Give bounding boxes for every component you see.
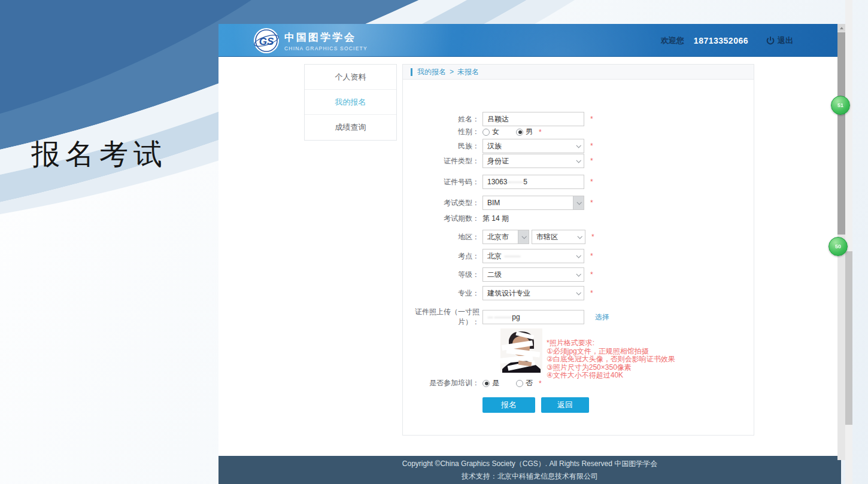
photo-filename-input[interactable]: ··· ·········· pg bbox=[482, 310, 584, 324]
required-mark: * bbox=[590, 289, 593, 297]
scrollbar-up-arrow[interactable] bbox=[837, 24, 845, 32]
breadcrumb-accent-bar bbox=[411, 68, 412, 76]
gender-male-radio[interactable] bbox=[516, 129, 523, 136]
required-mark: * bbox=[590, 115, 593, 123]
badge-bottom-label: 50 bbox=[835, 243, 841, 249]
back-button[interactable]: 返回 bbox=[541, 397, 589, 413]
level-value: 二级 bbox=[487, 270, 502, 280]
site-logo: GS 中国图学学会 CHINA GRAPHICS SOCIETY bbox=[253, 28, 368, 54]
breadcrumb-current: 未报名 bbox=[457, 67, 479, 77]
chevron-down-icon bbox=[573, 139, 584, 153]
logo-subtitle: CHINA GRAPHICS SOCIETY bbox=[284, 45, 368, 51]
required-mark: * bbox=[590, 252, 593, 260]
training-yes-radio[interactable] bbox=[482, 380, 490, 387]
svg-text:GS: GS bbox=[259, 36, 274, 47]
photo-format-requirements: *照片格式要求: ①必须jpg文件，正规照相馆拍摄 ②白底免冠大头像，否则会影响… bbox=[547, 339, 675, 380]
photo-filename-end: pg bbox=[512, 313, 520, 321]
required-mark: * bbox=[590, 199, 593, 207]
level-select[interactable]: 二级 bbox=[482, 267, 584, 282]
logo-title: 中国图学学会 bbox=[284, 31, 368, 44]
training-yes-label: 是 bbox=[492, 378, 499, 388]
photo-upload-label: 证件照上传（一寸照片）： bbox=[403, 307, 479, 327]
id-number-start: 13063 bbox=[487, 178, 507, 186]
photo-rule-3: ③照片尺寸为250×350像素 bbox=[547, 364, 675, 372]
footer-tech-support: 技术支持：北京中科辅龙信息技术有限公司 bbox=[218, 471, 841, 482]
chevron-down-icon bbox=[518, 230, 529, 243]
registration-form-card: 我的报名 > 未报名 姓名： * 性别： 女 男 * 民族： bbox=[402, 64, 754, 436]
photo-rule-2: ②白底免冠大头像，否则会影响证书效果 bbox=[547, 355, 675, 363]
id-number-label: 证件号码： bbox=[403, 177, 479, 187]
exam-site-select[interactable]: 北京 ········· bbox=[482, 249, 584, 263]
photo-rule-1: ①必须jpg文件，正规照相馆拍摄 bbox=[547, 348, 675, 355]
cgs-logo-icon: GS bbox=[253, 28, 280, 54]
badge-top-label: 51 bbox=[837, 102, 843, 108]
training-no-radio[interactable] bbox=[516, 380, 523, 387]
site-header: GS 中国图学学会 CHINA GRAPHICS SOCIETY 欢迎您 187… bbox=[218, 24, 841, 57]
sidebar-item-score-query[interactable]: 成绩查询 bbox=[305, 115, 396, 140]
page-title: 报名考试 bbox=[31, 135, 168, 173]
id-number-masked: ········· bbox=[507, 178, 523, 186]
breadcrumb-section[interactable]: 我的报名 bbox=[417, 67, 446, 77]
exam-type-value: BIM bbox=[487, 199, 500, 207]
chevron-down-icon bbox=[573, 196, 584, 209]
power-icon bbox=[766, 36, 775, 45]
logout-label: 退出 bbox=[778, 35, 793, 46]
id-photo-preview bbox=[500, 328, 542, 373]
inner-scrollbar-thumb[interactable] bbox=[837, 32, 845, 235]
required-mark: * bbox=[539, 128, 542, 136]
required-mark: * bbox=[590, 157, 593, 165]
id-number-input[interactable]: 13063 ········· 5 bbox=[482, 175, 584, 189]
exam-type-select[interactable]: BIM bbox=[482, 196, 584, 210]
major-label: 专业： bbox=[403, 288, 479, 299]
welcome-label: 欢迎您 bbox=[661, 35, 684, 46]
major-value: 建筑设计专业 bbox=[487, 288, 530, 299]
photo-filename-masked: ··· ·········· bbox=[487, 313, 512, 321]
chevron-down-icon bbox=[573, 154, 584, 168]
exam-type-label: 考试类型： bbox=[403, 198, 479, 208]
major-select[interactable]: 建筑设计专业 bbox=[482, 286, 584, 300]
id-number-end: 5 bbox=[523, 178, 527, 186]
photo-rules-title: *照片格式要求: bbox=[547, 339, 675, 347]
exam-session-label: 考试期数： bbox=[403, 214, 479, 224]
ethnicity-select[interactable]: 汉族 bbox=[482, 139, 584, 153]
required-mark: * bbox=[590, 142, 593, 150]
logout-button[interactable]: 退出 bbox=[766, 35, 793, 46]
sidebar-item-my-registration[interactable]: 我的报名 bbox=[305, 90, 396, 115]
required-mark: * bbox=[591, 233, 594, 241]
required-mark: * bbox=[590, 270, 593, 279]
training-no-label: 否 bbox=[526, 378, 533, 388]
id-type-select[interactable]: 身份证 bbox=[482, 154, 584, 168]
gender-male-label: 男 bbox=[526, 127, 533, 137]
chevron-down-icon bbox=[573, 287, 584, 300]
id-type-label: 证件类型： bbox=[403, 156, 479, 166]
registration-page: GS 中国图学学会 CHINA GRAPHICS SOCIETY 欢迎您 187… bbox=[218, 24, 841, 484]
name-label: 姓名： bbox=[403, 114, 479, 124]
required-mark: * bbox=[590, 178, 593, 186]
level-label: 等级： bbox=[403, 270, 479, 280]
floating-service-badge-top[interactable]: 51 bbox=[831, 96, 850, 115]
training-label: 是否参加培训： bbox=[403, 378, 479, 388]
breadcrumb-separator: > bbox=[450, 68, 454, 76]
outer-scrollbar-thumb[interactable] bbox=[845, 251, 852, 425]
floating-service-badge-bottom[interactable]: 50 bbox=[828, 237, 848, 256]
gender-female-radio[interactable] bbox=[482, 129, 490, 136]
site-footer: Copyright ©China Graphics Society（CGS）. … bbox=[218, 456, 841, 484]
chevron-down-icon bbox=[574, 230, 585, 243]
sidebar-item-profile[interactable]: 个人资料 bbox=[305, 65, 396, 90]
exam-session-value: 第 14 期 bbox=[482, 214, 509, 224]
choose-file-link[interactable]: 选择 bbox=[595, 312, 609, 322]
id-type-value: 身份证 bbox=[487, 156, 509, 166]
submit-button[interactable]: 报名 bbox=[482, 397, 535, 413]
footer-copyright: Copyright ©China Graphics Society（CGS）. … bbox=[218, 459, 841, 469]
gender-label: 性别： bbox=[403, 127, 479, 137]
user-phone-number: 18713352066 bbox=[694, 36, 748, 45]
region-province-select[interactable]: 北京市 bbox=[482, 230, 529, 244]
region-district-select[interactable]: 市辖区 bbox=[532, 230, 585, 244]
chevron-down-icon bbox=[573, 268, 584, 281]
exam-site-value-start: 北京 bbox=[487, 251, 502, 261]
exam-site-value-masked: ········· bbox=[504, 252, 520, 260]
required-mark: * bbox=[539, 379, 542, 388]
region-label: 地区： bbox=[403, 232, 479, 242]
name-input[interactable] bbox=[482, 112, 584, 126]
sidebar: 个人资料 我的报名 成绩查询 bbox=[304, 64, 397, 141]
